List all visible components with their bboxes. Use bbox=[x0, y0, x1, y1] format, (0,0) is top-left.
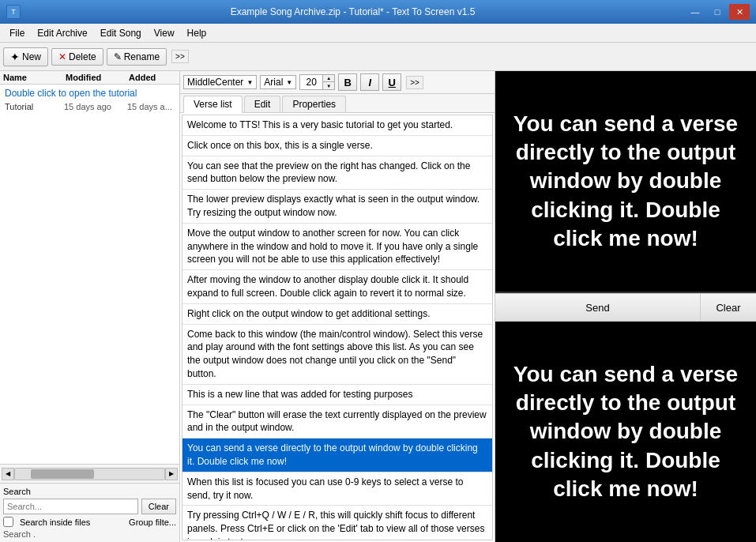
verse-item[interactable]: Click once on this box, this is a single… bbox=[182, 136, 492, 156]
file-added: 15 days a... bbox=[127, 102, 175, 111]
file-modified: 15 days ago bbox=[64, 102, 127, 111]
verse-list[interactable]: Welcome to TTS! This is a very basic tut… bbox=[182, 115, 493, 540]
menu-edit-archive[interactable]: Edit Archive bbox=[31, 26, 93, 40]
col-name-header: Name bbox=[3, 73, 66, 82]
tab-edit[interactable]: Edit bbox=[244, 96, 281, 112]
menu-view[interactable]: View bbox=[148, 26, 181, 40]
alignment-value: MiddleCenter bbox=[187, 77, 243, 88]
output-preview-top[interactable]: You can send a verse directly to the out… bbox=[495, 71, 756, 293]
italic-button[interactable]: I bbox=[360, 73, 379, 91]
format-more[interactable]: >> bbox=[406, 76, 423, 89]
search-inside-files-label: Search inside files bbox=[20, 518, 90, 527]
file-tree-header: Name Modified Added bbox=[0, 71, 179, 85]
font-arrow-icon: ▼ bbox=[286, 79, 292, 86]
output-bottom-text: You can send a verse directly to the out… bbox=[511, 360, 740, 504]
output-top-text: You can send a verse directly to the out… bbox=[511, 110, 740, 254]
menu-file[interactable]: File bbox=[3, 26, 31, 40]
verse-item[interactable]: After moving the window to another displ… bbox=[182, 270, 492, 304]
tab-verse-list[interactable]: Verse list bbox=[183, 96, 243, 113]
close-button[interactable]: ✕ bbox=[729, 4, 750, 20]
horizontal-scroll-area: ◀ ▶ bbox=[0, 464, 179, 483]
verse-item[interactable]: Welcome to TTS! This is a very basic tut… bbox=[182, 115, 492, 136]
search-input[interactable] bbox=[3, 499, 138, 514]
right-panel: You can send a verse directly to the out… bbox=[495, 71, 756, 542]
output-controls: Send Clear bbox=[495, 293, 756, 322]
maximize-button[interactable]: □ bbox=[707, 4, 728, 20]
delete-icon: ✕ bbox=[58, 51, 66, 62]
rename-button[interactable]: ✎ Rename bbox=[107, 48, 167, 66]
file-tree: Double click to open the tutorial Tutori… bbox=[0, 85, 179, 464]
format-toolbar: MiddleCenter ▼ Arial ▼ ▲ ▼ B I U >> bbox=[180, 71, 495, 94]
font-size-control: ▲ ▼ bbox=[299, 74, 335, 90]
search-clear-btn[interactable]: Clear bbox=[141, 499, 176, 514]
verse-item[interactable]: When this list is focused you can use 0-… bbox=[182, 472, 492, 506]
toolbar-more[interactable]: >> bbox=[171, 50, 189, 63]
title-bar-text: Example Song Archive.zip - Tutorial* - T… bbox=[21, 6, 685, 17]
verse-item[interactable]: Move the output window to another screen… bbox=[182, 224, 492, 270]
scroll-left-btn[interactable]: ◀ bbox=[2, 468, 14, 480]
group-filter-label: Group filte... bbox=[129, 518, 176, 527]
verse-item[interactable]: Right click on the output window to get … bbox=[182, 304, 492, 325]
scrollbar-thumb bbox=[31, 469, 94, 479]
underline-button[interactable]: U bbox=[382, 73, 401, 91]
minimize-button[interactable]: — bbox=[685, 4, 705, 20]
search-options: Search inside files Group filte... bbox=[3, 517, 176, 527]
verse-item[interactable]: Come back to this window (the main/contr… bbox=[182, 325, 492, 385]
new-label: New bbox=[22, 51, 41, 62]
delete-label: Delete bbox=[69, 51, 96, 62]
title-bar-controls: — □ ✕ bbox=[685, 4, 750, 20]
center-panel: MiddleCenter ▼ Arial ▼ ▲ ▼ B I U >> Vers… bbox=[180, 71, 495, 542]
font-dropdown[interactable]: Arial ▼ bbox=[260, 75, 296, 89]
horizontal-scrollbar[interactable] bbox=[14, 468, 165, 480]
open-tutorial-link[interactable]: Double click to open the tutorial bbox=[2, 86, 178, 100]
menu-bar: File Edit Archive Edit Song View Help bbox=[0, 24, 756, 43]
font-size-up-btn[interactable]: ▲ bbox=[323, 75, 334, 82]
new-icon: ✦ bbox=[10, 51, 20, 63]
alignment-arrow-icon: ▼ bbox=[246, 79, 253, 86]
delete-button[interactable]: ✕ Delete bbox=[51, 48, 103, 66]
search-row: Clear bbox=[3, 499, 176, 514]
left-panel: Name Modified Added Double click to open… bbox=[0, 71, 180, 542]
alignment-dropdown[interactable]: MiddleCenter ▼ bbox=[183, 75, 257, 89]
tab-properties[interactable]: Properties bbox=[282, 96, 346, 112]
output-preview-bottom[interactable]: You can send a verse directly to the out… bbox=[495, 322, 756, 542]
col-modified-header: Modified bbox=[66, 73, 129, 82]
file-entry-tutorial[interactable]: Tutorial 15 days ago 15 days a... bbox=[2, 100, 178, 113]
title-bar-icon: T bbox=[6, 5, 21, 19]
search-label: Search bbox=[3, 487, 176, 496]
verse-item[interactable]: You can see that the preview on the righ… bbox=[182, 156, 492, 190]
menu-edit-song[interactable]: Edit Song bbox=[94, 26, 148, 40]
search-area: Search Clear Search inside files Group f… bbox=[0, 483, 179, 542]
col-added-header: Added bbox=[129, 73, 176, 82]
verse-item[interactable]: The "Clear" button will erase the text c… bbox=[182, 405, 492, 439]
search-inside-files-checkbox[interactable] bbox=[3, 517, 13, 527]
verse-item[interactable]: This is a new line that was added for te… bbox=[182, 385, 492, 405]
send-button[interactable]: Send bbox=[495, 294, 701, 321]
menu-help[interactable]: Help bbox=[181, 26, 213, 40]
verse-item[interactable]: The lower preview displays exactly what … bbox=[182, 190, 492, 224]
font-size-down-btn[interactable]: ▼ bbox=[323, 82, 334, 89]
font-size-arrows: ▲ ▼ bbox=[322, 75, 334, 89]
new-button[interactable]: ✦ New bbox=[3, 47, 48, 66]
tabs-row: Verse list Edit Properties bbox=[180, 94, 495, 113]
file-name: Tutorial bbox=[5, 102, 64, 111]
verse-item[interactable]: Try pressing Ctrl+Q / W / E / R, this wi… bbox=[182, 506, 492, 540]
search-bottom: Search . bbox=[3, 529, 176, 539]
font-size-input[interactable] bbox=[300, 76, 322, 88]
font-value: Arial bbox=[264, 77, 283, 88]
clear-button[interactable]: Clear bbox=[701, 294, 756, 321]
verse-item[interactable]: You can send a verse directly to the out… bbox=[182, 438, 492, 472]
main-container: Name Modified Added Double click to open… bbox=[0, 71, 756, 542]
title-bar: T Example Song Archive.zip - Tutorial* -… bbox=[0, 0, 756, 24]
scroll-right-btn[interactable]: ▶ bbox=[165, 468, 178, 480]
rename-icon: ✎ bbox=[114, 51, 122, 62]
bold-button[interactable]: B bbox=[338, 73, 357, 91]
rename-label: Rename bbox=[124, 51, 160, 62]
toolbar: ✦ New ✕ Delete ✎ Rename >> bbox=[0, 43, 756, 71]
